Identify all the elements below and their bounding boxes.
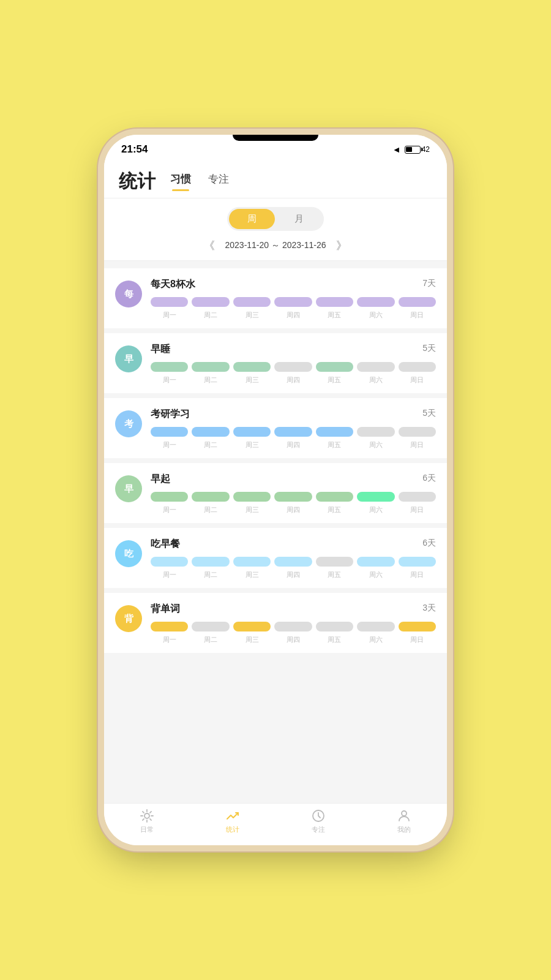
day-label: 周四: [274, 375, 312, 385]
habit-bars-water: [151, 297, 436, 307]
bar-v7: [399, 622, 436, 631]
habit-days-study: 周一 周二 周三 周四 周五 周六 周日: [151, 440, 436, 450]
tab-habit[interactable]: 习惯: [170, 172, 191, 191]
next-date-arrow[interactable]: 》: [336, 238, 347, 253]
bar-st5: [316, 427, 353, 437]
habit-name-wakeup: 早起: [151, 473, 170, 486]
bar-wu4: [274, 492, 312, 502]
habit-body-breakfast: 吃早餐 6天 周一 周二 周三: [151, 538, 436, 579]
bar-v6: [357, 622, 394, 631]
day-label: 周二: [192, 505, 229, 514]
day-label: 周六: [357, 505, 394, 514]
prev-date-arrow[interactable]: 《: [204, 238, 215, 253]
nav-item-focus[interactable]: 专注: [276, 809, 361, 834]
bar-v1: [151, 622, 188, 631]
habit-days-wakeup: 周一 周二 周三 周四 周五 周六 周日: [151, 505, 436, 514]
day-label: 周四: [274, 311, 312, 320]
day-label: 周四: [274, 635, 312, 644]
tab-focus[interactable]: 专注: [208, 172, 229, 191]
day-label: 周四: [274, 440, 312, 450]
header-top: 统计 习惯 专注: [119, 169, 432, 194]
habit-icon-vocab: 背: [115, 605, 142, 632]
day-label: 周三: [233, 635, 271, 644]
habit-header-study: 考研学习 5天: [151, 408, 436, 421]
app-header: 统计 习惯 专注: [104, 160, 447, 198]
bar-s4: [274, 362, 312, 372]
day-label: 周六: [357, 440, 394, 450]
day-label: 周三: [233, 311, 271, 320]
svg-line-6: [150, 819, 151, 820]
habit-icon-study: 考: [115, 410, 142, 437]
bar-st3: [233, 427, 271, 437]
habit-name-vocab: 背单词: [151, 603, 180, 616]
nav-label-stats: 统计: [226, 825, 239, 834]
bar-wu2: [192, 492, 229, 502]
habit-header-water: 每天8杯水 7天: [151, 278, 436, 291]
period-week-btn[interactable]: 周: [229, 209, 275, 229]
bar-w5: [316, 297, 353, 307]
habit-body-vocab: 背单词 3天 周一 周二 周三: [151, 603, 436, 644]
header-tabs: 习惯 专注: [170, 172, 229, 191]
day-label: 周二: [192, 570, 229, 579]
bottom-nav: 日常 统计 专注 我的: [104, 803, 447, 845]
habit-count-sleep: 5天: [422, 343, 436, 356]
bar-s6: [357, 362, 394, 372]
nav-item-daily[interactable]: 日常: [104, 809, 190, 834]
date-range: 2023-11-20 ～ 2023-11-26: [225, 240, 326, 251]
habit-bars-vocab: [151, 622, 436, 631]
bar-wu7: [399, 492, 436, 502]
period-month-btn[interactable]: 月: [276, 209, 322, 229]
habit-card-water: 每 每天8杯水 7天: [104, 268, 447, 328]
habit-days-breakfast: 周一 周二 周三 周四 周五 周六 周日: [151, 570, 436, 579]
app-content: 统计 习惯 专注 周 月 《 2023-11-20 ～ 2023-11-26 》: [104, 160, 447, 803]
day-label: 周一: [151, 440, 188, 450]
page-title: 统计: [119, 169, 156, 194]
day-label: 周四: [274, 505, 312, 514]
bar-w7: [399, 297, 436, 307]
day-label: 周三: [233, 440, 271, 450]
bar-br3: [233, 557, 271, 567]
bar-w2: [192, 297, 229, 307]
nav-item-profile[interactable]: 我的: [361, 809, 447, 834]
habit-days-water: 周一 周二 周三 周四 周五 周六 周日: [151, 311, 436, 320]
period-selector: 周 月 《 2023-11-20 ～ 2023-11-26 》: [104, 198, 447, 261]
day-label: 周五: [316, 375, 353, 385]
day-label: 周日: [399, 505, 436, 514]
habit-count-study: 5天: [422, 408, 436, 421]
bar-br7: [399, 557, 436, 567]
habit-name-sleep: 早睡: [151, 343, 170, 356]
bar-s7: [399, 362, 436, 372]
nav-label-daily: 日常: [140, 825, 154, 834]
bar-v5: [316, 622, 353, 631]
svg-point-0: [144, 813, 149, 818]
bar-br5: [316, 557, 353, 567]
bar-wu6: [357, 492, 394, 502]
battery-num: 42: [422, 145, 430, 154]
day-label: 周二: [192, 635, 229, 644]
day-label: 周日: [399, 375, 436, 385]
day-label: 周二: [192, 440, 229, 450]
day-label: 周六: [357, 375, 394, 385]
day-label: 周三: [233, 375, 271, 385]
habit-days-vocab: 周一 周二 周三 周四 周五 周六 周日: [151, 635, 436, 644]
habit-bars-wakeup: [151, 492, 436, 502]
habit-header-sleep: 早睡 5天: [151, 343, 436, 356]
habit-bars-study: [151, 427, 436, 437]
habit-card-breakfast: 吃 吃早餐 6天: [104, 528, 447, 588]
day-label: 周一: [151, 635, 188, 644]
habit-card-sleep: 早 早睡 5天 周: [104, 333, 447, 393]
period-buttons: 周 月: [227, 207, 324, 231]
habit-bars-sleep: [151, 362, 436, 372]
habit-name-study: 考研学习: [151, 408, 190, 421]
status-icons: ◄ 42: [392, 145, 430, 154]
nav-item-stats[interactable]: 统计: [190, 809, 276, 834]
habit-card-study: 考 考研学习 5天: [104, 398, 447, 458]
bar-w3: [233, 297, 271, 307]
habit-icon-breakfast: 吃: [115, 540, 142, 567]
habit-header-breakfast: 吃早餐 6天: [151, 538, 436, 551]
signal-icon: ◄: [392, 145, 401, 154]
svg-line-8: [150, 812, 151, 813]
habit-card-vocab: 背 背单词 3天: [104, 593, 447, 653]
day-label: 周三: [233, 505, 271, 514]
phone-frame: 21:54 ◄ 42 统计 习惯 专注: [104, 135, 447, 845]
